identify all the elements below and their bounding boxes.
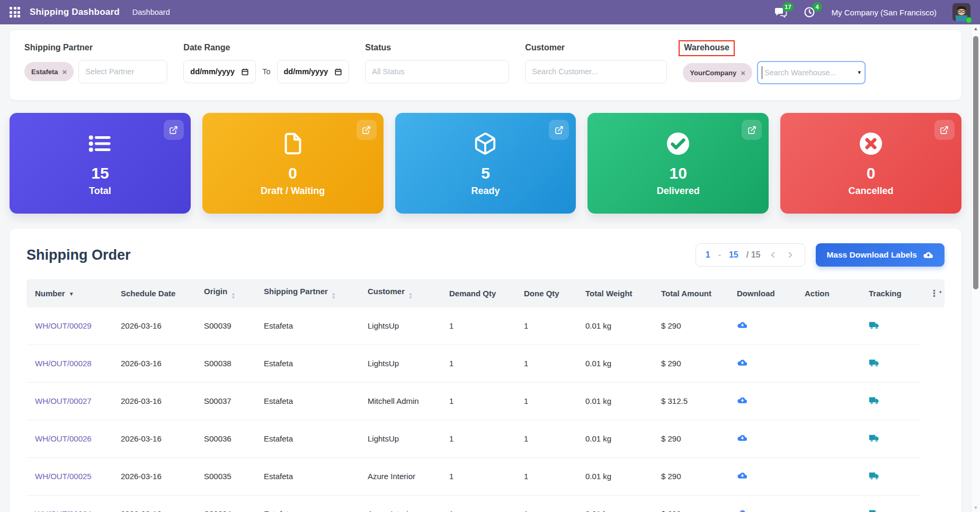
stat-card-cancelled[interactable]: 0 Cancelled (780, 113, 961, 214)
tracking-cell (860, 382, 921, 420)
scrollbar-thumb[interactable] (973, 36, 978, 289)
truck-tracking-icon[interactable] (869, 357, 880, 368)
truck-tracking-icon[interactable] (869, 508, 880, 512)
done-qty-cell: 1 (515, 345, 577, 382)
messages-icon[interactable]: 17 (774, 6, 787, 19)
order-number-link[interactable]: WH/OUT/00029 (35, 321, 92, 330)
demand-qty-cell: 1 (441, 457, 515, 495)
col-number[interactable]: Number▼ (26, 279, 112, 307)
download-cell (728, 420, 796, 457)
table-row: WH/OUT/00028 2026-03-16 S00038 Estafeta … (26, 345, 945, 382)
date-from-input[interactable]: dd/mm/yyyy (183, 60, 256, 83)
remove-tag-icon[interactable]: × (63, 68, 67, 76)
schedule-date-cell: 2026-03-16 (112, 495, 195, 512)
download-cell (728, 457, 796, 495)
top-navbar: Shipping Dashboard Dashboard 17 4 My Com… (0, 0, 980, 24)
scroll-up-icon[interactable]: ▲ (972, 24, 980, 33)
shipping-partner-label: Shipping Partner (24, 43, 167, 52)
app-title[interactable]: Shipping Dashboard (30, 7, 120, 17)
scroll-down-icon[interactable]: ▼ (972, 504, 980, 512)
filter-customer: Customer (525, 43, 667, 83)
number-cell: WH/OUT/00024 (26, 495, 112, 512)
truck-tracking-icon[interactable] (869, 432, 880, 444)
download-cell (728, 345, 796, 382)
warehouse-tag[interactable]: YourCompany × (683, 63, 752, 82)
customer-cell: Azure Interior (359, 495, 441, 512)
open-external-icon[interactable] (934, 120, 955, 140)
open-external-icon[interactable] (357, 120, 377, 140)
cloud-download-icon[interactable] (737, 395, 748, 406)
table-header-row: Number▼ Schedule Date Origin▲▼ Shipping … (26, 279, 945, 307)
open-external-icon[interactable] (549, 120, 569, 140)
total-weight-cell: 0.01 kg (577, 457, 653, 495)
col-customer[interactable]: Customer▲▼ (359, 279, 441, 307)
select-partner-input[interactable] (78, 60, 167, 83)
activities-clock-icon[interactable]: 4 (803, 6, 816, 19)
cloud-download-icon[interactable] (737, 320, 748, 331)
page-end[interactable]: 15 (729, 250, 738, 260)
col-shipping-partner[interactable]: Shipping Partner▲▼ (255, 279, 359, 307)
demand-qty-cell: 1 (441, 307, 515, 345)
list-icon (88, 130, 112, 157)
truck-tracking-icon[interactable] (869, 470, 880, 481)
filter-status: Status (365, 43, 509, 83)
cloud-download-icon[interactable] (737, 470, 748, 481)
number-cell: WH/OUT/00029 (26, 307, 112, 345)
status-input[interactable] (365, 60, 509, 83)
cloud-download-icon[interactable] (737, 432, 748, 444)
shipping-partner-tag[interactable]: Estafeta × (24, 62, 74, 81)
col-demand-qty: Demand Qty (441, 279, 515, 307)
shipping-partner-cell: Estafeta (255, 495, 359, 512)
stat-card-ready[interactable]: 5 Ready (395, 113, 576, 214)
company-switcher[interactable]: My Company (San Francisco) (832, 8, 937, 17)
warehouse-search-input[interactable] (757, 61, 866, 84)
stat-card-total[interactable]: 15 Total (10, 113, 191, 214)
next-page-icon[interactable] (786, 250, 795, 260)
total-weight-cell: 0.01 kg (577, 345, 653, 382)
stat-card-draft-waiting[interactable]: 0 Draft / Waiting (202, 113, 384, 214)
order-number-link[interactable]: WH/OUT/00028 (35, 359, 92, 368)
col-options[interactable]: ⋮▾ (921, 279, 945, 307)
truck-tracking-icon[interactable] (869, 320, 880, 331)
orders-table: Number▼ Schedule Date Origin▲▼ Shipping … (26, 279, 945, 512)
cloud-download-icon[interactable] (737, 357, 748, 368)
open-external-icon[interactable] (742, 120, 762, 140)
action-cell (796, 345, 860, 382)
page-scrollbar[interactable]: ▲ ▼ (971, 24, 980, 512)
number-cell: WH/OUT/00028 (26, 345, 112, 382)
truck-tracking-icon[interactable] (869, 395, 880, 406)
col-origin[interactable]: Origin▲▼ (195, 279, 255, 307)
cloud-download-icon[interactable] (737, 508, 748, 512)
order-number-link[interactable]: WH/OUT/00025 (35, 472, 92, 481)
open-external-icon[interactable] (164, 120, 184, 140)
order-number-link[interactable]: WH/OUT/00026 (35, 434, 92, 443)
schedule-date-cell: 2026-03-16 (112, 457, 195, 495)
apps-grid-icon[interactable] (10, 7, 20, 17)
schedule-date-cell: 2026-03-16 (112, 420, 195, 457)
action-cell (796, 382, 860, 420)
col-schedule-date[interactable]: Schedule Date (112, 279, 195, 307)
shipping-partner-cell: Estafeta (255, 420, 359, 457)
text-cursor (762, 66, 763, 79)
done-qty-cell: 1 (515, 457, 577, 495)
customer-search-input[interactable] (525, 60, 667, 83)
filter-shipping-partner: Shipping Partner Estafeta × (24, 43, 167, 83)
origin-cell: S00037 (195, 382, 255, 420)
stat-value: 5 (481, 165, 490, 181)
prev-page-icon[interactable] (768, 250, 778, 260)
order-number-link[interactable]: WH/OUT/00027 (35, 396, 92, 405)
stat-card-delivered[interactable]: 10 Delivered (587, 113, 769, 214)
total-weight-cell: 0.01 kg (577, 495, 653, 512)
customer-cell: LightsUp (359, 420, 441, 457)
page-start[interactable]: 1 (706, 250, 710, 260)
demand-qty-cell: 1 (441, 345, 515, 382)
user-avatar[interactable] (952, 3, 970, 21)
menu-item-dashboard[interactable]: Dashboard (132, 8, 170, 16)
mass-download-labels-button[interactable]: Mass Download Labels (816, 243, 945, 267)
page-total: / 15 (746, 250, 761, 260)
cloud-download-icon (923, 250, 934, 261)
order-number-link[interactable]: WH/OUT/00024 (35, 509, 92, 512)
remove-tag-icon[interactable]: × (741, 69, 745, 77)
date-to-input[interactable]: dd/mm/yyyy (277, 60, 350, 83)
date-range-separator: To (261, 67, 272, 76)
